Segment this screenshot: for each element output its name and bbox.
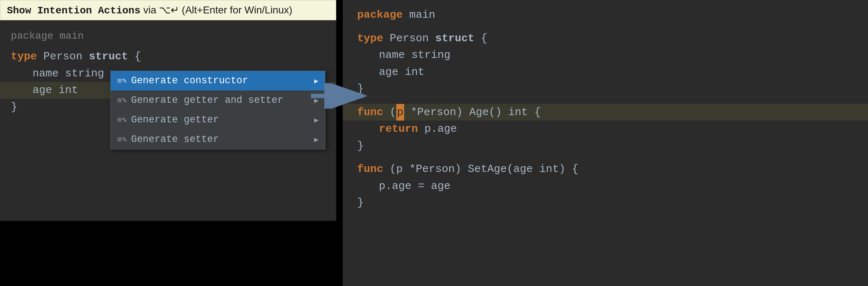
func-setage-sig: (p *Person) SetAge(age int) { bbox=[390, 163, 578, 175]
package-line-right: package main bbox=[357, 7, 854, 24]
cursor-p: p bbox=[396, 104, 404, 121]
return-value: p.age bbox=[424, 123, 457, 135]
generate-getter-icon: ≡✎ bbox=[117, 115, 127, 125]
tooltip-bar: Show Intention Actions via ⌥↵ (Alt+Enter… bbox=[0, 0, 336, 20]
left-bottom-black bbox=[0, 221, 336, 286]
person-struct-right: Person struct { bbox=[390, 32, 487, 45]
generate-getter-setter-label: Generate getter and setter bbox=[131, 95, 314, 106]
panel-separator bbox=[336, 0, 343, 286]
menu-item-generate-setter[interactable]: ≡✎ Generate setter ▶ bbox=[111, 130, 325, 149]
type-line-right: type Person struct { bbox=[357, 30, 854, 47]
tooltip-bold-text: Show Intention Actions bbox=[7, 5, 141, 16]
type-line-left: type Person struct { bbox=[11, 48, 325, 65]
setage-body-right: p.age = age bbox=[357, 178, 854, 195]
generate-getter-label: Generate getter bbox=[131, 114, 314, 125]
menu-item-generate-getter-setter[interactable]: ≡✎ Generate getter and setter ▶ bbox=[111, 91, 325, 110]
menu-item-generate-constructor[interactable]: ≡✎ Generate constructor ▶ bbox=[111, 71, 325, 91]
keyword-func-setage: func bbox=[357, 163, 383, 175]
func-age-line: func (p *Person) Age() int { bbox=[343, 104, 868, 121]
func-age-receiver: (p *Person) Age() int { bbox=[390, 106, 541, 118]
close-brace1-right: } bbox=[357, 80, 854, 97]
close-brace2-right: } bbox=[357, 138, 854, 155]
return-line-right: return p.age bbox=[357, 121, 854, 138]
context-menu: ≡✎ Generate constructor ▶ ≡✎ Generate ge… bbox=[110, 71, 325, 150]
generate-constructor-label: Generate constructor bbox=[131, 75, 314, 86]
menu-item-generate-getter[interactable]: ≡✎ Generate getter ▶ bbox=[111, 110, 325, 130]
keyword-return: return bbox=[379, 123, 418, 135]
keyword-package-right: package bbox=[357, 9, 403, 21]
arrow-pointer-container bbox=[311, 83, 369, 110]
keyword-type-right: type bbox=[357, 32, 383, 45]
generate-getter-setter-icon: ≡✎ bbox=[117, 96, 127, 105]
generate-constructor-icon: ≡✎ bbox=[117, 76, 127, 86]
person-struct-left: Person struct { bbox=[43, 50, 141, 63]
left-panel: Show Intention Actions via ⌥↵ (Alt+Enter… bbox=[0, 0, 336, 286]
package-comment-left: package main bbox=[11, 28, 325, 44]
right-panel: package main type Person struct { name s… bbox=[343, 0, 868, 286]
generate-setter-icon: ≡✎ bbox=[117, 135, 127, 144]
func-setage-line: func (p *Person) SetAge(age int) { bbox=[357, 161, 854, 178]
generate-getter-arrow: ▶ bbox=[314, 115, 318, 125]
generate-setter-label: Generate setter bbox=[131, 134, 314, 145]
package-name-right: main bbox=[409, 9, 435, 21]
field-age-right: age int bbox=[357, 64, 854, 81]
keyword-type-left: type bbox=[11, 50, 37, 63]
field-name-right: name string bbox=[357, 47, 854, 64]
tooltip-shortcut: via ⌥↵ (Alt+Enter for Win/Linux) bbox=[141, 4, 292, 16]
close-brace3-right: } bbox=[357, 194, 854, 211]
generate-setter-arrow: ▶ bbox=[314, 135, 318, 144]
direction-arrow-icon bbox=[311, 83, 369, 109]
